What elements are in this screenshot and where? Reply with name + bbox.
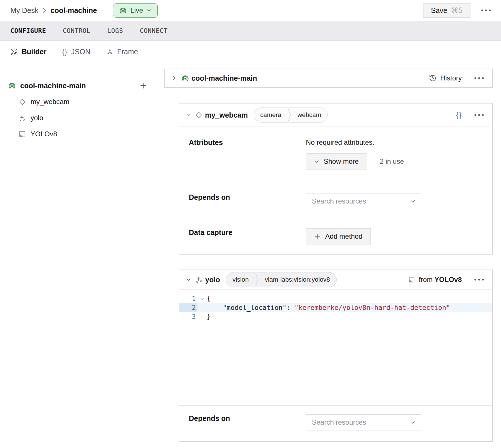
mode-builder[interactable]: Builder: [10, 48, 46, 56]
tree-root-label: cool-machine-main: [20, 82, 86, 90]
service-sparkles-icon: [18, 114, 26, 122]
show-more-label: Show more: [324, 157, 359, 165]
collapse-chevron-down-icon[interactable]: [184, 111, 193, 119]
more-menu-button[interactable]: [480, 7, 492, 14]
live-status-dropdown[interactable]: Live: [113, 3, 158, 18]
code-line-2-active: 2 "model_location": "keremberke/yolov8n-…: [179, 303, 492, 312]
breadcrumb-parent[interactable]: My Desk: [10, 6, 38, 15]
yolo-service-card: yolo vision viam-labs:vision:yolov8: [179, 270, 493, 442]
config-main-panel: cool-machine-main History: [156, 41, 501, 448]
save-shortcut: ⌘S: [451, 6, 463, 14]
depends-on-placeholder: Search resources: [312, 197, 410, 205]
history-button[interactable]: History: [429, 74, 462, 82]
collapse-chevron-down-icon[interactable]: [184, 275, 193, 284]
main-nav-tabs: CONFIGURE CONTROL LOGS CONNECT: [0, 21, 501, 41]
code-line-3: 3 }: [179, 312, 492, 321]
code-key: "model_location": [223, 304, 287, 311]
data-capture-section: Data capture Add method: [179, 219, 492, 255]
line-number: 2: [179, 303, 197, 312]
add-resource-button[interactable]: [138, 81, 148, 91]
depends-on-select[interactable]: Search resources: [306, 193, 421, 209]
top-bar: My Desk cool-machine Live Save ⌘S: [0, 0, 501, 21]
live-badge-label: Live: [130, 6, 143, 14]
machine-part-icon: [181, 74, 189, 82]
tree-item-yolov8-module[interactable]: YOLOv8: [8, 126, 148, 142]
tree-item-label: YOLOv8: [31, 130, 57, 138]
broadcast-icon: [119, 7, 127, 14]
show-more-button[interactable]: Show more: [306, 153, 367, 170]
attributes-section: Attributes No required attributes. Show …: [179, 127, 492, 185]
json-braces-icon[interactable]: {}: [456, 111, 462, 120]
webcam-depends-on-section: Depends on Search resources: [179, 185, 492, 219]
chevron-down-icon: [410, 198, 416, 204]
part-more-menu[interactable]: [473, 74, 485, 82]
line-number: 3: [179, 312, 197, 321]
webcam-card-header: my_webcam camera webcam {}: [179, 103, 492, 127]
add-method-button[interactable]: Add method: [306, 228, 371, 244]
module-icon: [18, 130, 26, 138]
tab-connect[interactable]: CONNECT: [140, 27, 167, 34]
tag-divider-icon: [255, 272, 259, 287]
plus-icon: [314, 233, 321, 240]
from-module-badge: from YOLOv8: [408, 276, 462, 284]
webcam-type-tags: camera webcam: [254, 108, 328, 123]
attributes-in-use-count: 2 in use: [380, 157, 404, 165]
machine-part-card: cool-machine-main History: [164, 69, 493, 88]
tab-configure[interactable]: CONFIGURE: [10, 27, 46, 34]
depends-on-label: Depends on: [189, 193, 306, 219]
from-module-name: YOLOv8: [434, 276, 462, 283]
yolo-card-header: yolo vision viam-labs:vision:yolov8: [179, 270, 492, 289]
tag-webcam: webcam: [291, 111, 327, 119]
tag-divider-icon: [288, 108, 291, 123]
from-prefix: from: [419, 276, 433, 283]
tab-control[interactable]: CONTROL: [63, 27, 91, 34]
save-button-label: Save: [431, 6, 447, 15]
json-attributes-editor[interactable]: 1 { 2 "model_location": "keremberke/yolo…: [179, 289, 492, 405]
mode-frame-label: Frame: [117, 48, 138, 56]
add-method-label: Add method: [325, 232, 362, 240]
breadcrumb-current: cool-machine: [50, 6, 97, 15]
depends-on-label: Depends on: [189, 414, 306, 442]
tree-item-yolo[interactable]: yolo: [8, 110, 148, 126]
chevron-down-icon: [410, 419, 416, 425]
tab-logs[interactable]: LOGS: [107, 27, 123, 34]
webcam-component-card: my_webcam camera webcam {} Attributes No…: [179, 103, 493, 255]
code-string-value: "keremberke/yolov8n-hard-hat-detection": [295, 304, 450, 311]
tree-item-my-webcam[interactable]: my_webcam: [8, 94, 148, 110]
module-icon: [408, 276, 415, 283]
tree-item-label: my_webcam: [31, 98, 69, 106]
chevron-right-icon: [42, 7, 46, 14]
yolo-depends-on-select[interactable]: Search resources: [306, 414, 421, 430]
save-button[interactable]: Save ⌘S: [423, 3, 470, 18]
braces-icon: {}: [62, 48, 67, 56]
chevron-down-icon: [314, 159, 319, 164]
frame-axes-icon: [106, 48, 114, 56]
webcam-more-menu[interactable]: [473, 111, 485, 119]
line-number: 1: [179, 294, 197, 303]
tree-item-label: yolo: [31, 114, 43, 122]
history-icon: [429, 74, 436, 82]
chevron-down-icon: [146, 8, 152, 13]
yolo-depends-on-section: Depends on Search resources: [179, 405, 492, 442]
mode-json[interactable]: {} JSON: [62, 48, 90, 56]
code-text: {: [207, 294, 211, 303]
yolo-type-tags: vision viam-labs:vision:yolov8: [226, 272, 336, 287]
yolo-title: yolo: [205, 276, 220, 284]
code-line-1: 1 {: [179, 294, 492, 303]
machine-part-icon: [8, 82, 16, 90]
mode-json-label: JSON: [71, 48, 91, 56]
tree-root-machine-part[interactable]: cool-machine-main: [8, 78, 148, 94]
expand-chevron-right-icon[interactable]: [170, 74, 178, 82]
webcam-title: my_webcam: [205, 111, 248, 119]
mode-builder-label: Builder: [22, 48, 46, 56]
tag-model-triplet: viam-labs:vision:yolov8: [259, 276, 336, 283]
mode-frame[interactable]: Frame: [106, 48, 138, 56]
attributes-label: Attributes: [189, 138, 306, 185]
tree-rail-line: [171, 88, 171, 448]
config-sidebar: Builder {} JSON Frame: [0, 41, 156, 448]
resource-tree: cool-machine-main my_webcam: [0, 63, 156, 142]
view-mode-switcher: Builder {} JSON Frame: [0, 41, 156, 63]
yolo-more-menu[interactable]: [473, 276, 485, 283]
history-label: History: [440, 74, 462, 82]
fold-chevron-icon[interactable]: [197, 294, 207, 303]
